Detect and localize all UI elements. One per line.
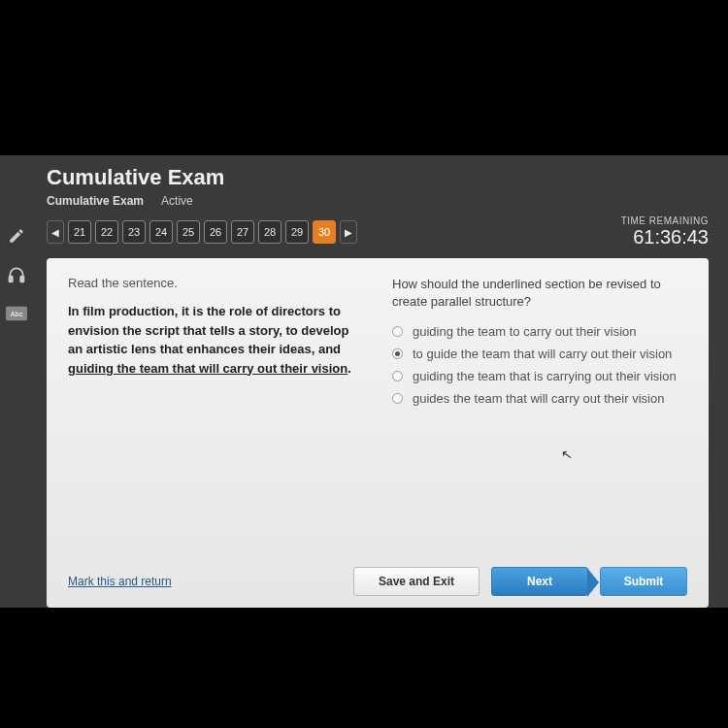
question-box-25[interactable]: 25 [177, 220, 200, 244]
timer-value: 61:36:43 [621, 226, 709, 248]
radio-2[interactable] [392, 371, 403, 381]
question-text: How should the underlined section be rev… [392, 276, 687, 311]
exam-header: Cumulative Exam Cumulative Exam Active [0, 155, 728, 208]
question-box-24[interactable]: 24 [149, 220, 173, 244]
question-box-30[interactable]: 30 [313, 220, 336, 244]
passage-underlined: guiding the team that will carry out the… [68, 361, 347, 376]
question-box-27[interactable]: 27 [231, 220, 254, 244]
svg-text:Abc: Abc [11, 310, 23, 318]
question-navbar: ◀ 21222324252627282930 ▶ TIME REMAINING … [0, 215, 728, 258]
option-1[interactable]: to guide the team that will carry out th… [392, 347, 687, 361]
radio-0[interactable] [392, 326, 403, 337]
question-box-22[interactable]: 22 [95, 220, 118, 244]
option-text-0: guiding the team to carry out their visi… [413, 324, 637, 339]
radio-1[interactable] [392, 348, 403, 359]
content-footer: Mark this and return Save and Exit Next … [68, 555, 687, 596]
headphones-icon[interactable] [6, 264, 27, 285]
passage-post: . [347, 361, 351, 376]
option-0[interactable]: guiding the team to carry out their visi… [392, 324, 687, 339]
question-box-28[interactable]: 28 [258, 220, 281, 244]
nav-prev-button[interactable]: ◀ [47, 220, 64, 244]
passage-column: Read the sentence. In film production, i… [68, 276, 363, 555]
passage-text: In film production, it is the role of di… [68, 302, 363, 378]
save-exit-button[interactable]: Save and Exit [353, 567, 480, 596]
pencil-icon[interactable] [6, 225, 27, 247]
app-frame: Abc Cumulative Exam Cumulative Exam Acti… [0, 155, 728, 608]
exam-status: Active [161, 194, 193, 208]
svg-rect-1 [20, 277, 23, 282]
question-box-23[interactable]: 23 [122, 220, 146, 244]
passage-pre: In film production, it is the role of di… [68, 304, 348, 356]
question-box-21[interactable]: 21 [68, 220, 91, 244]
exam-subtitle: Cumulative Exam [47, 194, 144, 208]
timer-label: TIME REMAINING [621, 215, 709, 226]
option-3[interactable]: guides the team that will carry out thei… [392, 391, 687, 406]
content-panel: Read the sentence. In film production, i… [47, 258, 709, 608]
cursor-icon: ↖ [560, 446, 575, 463]
option-text-1: to guide the team that will carry out th… [413, 347, 672, 361]
tool-sidebar: Abc [6, 225, 27, 324]
question-box-29[interactable]: 29 [285, 220, 309, 244]
timer: TIME REMAINING 61:36:43 [621, 215, 709, 248]
options-list: guiding the team to carry out their visi… [392, 324, 687, 406]
nav-next-button[interactable]: ▶ [340, 220, 357, 244]
question-column: How should the underlined section be rev… [392, 276, 687, 555]
option-2[interactable]: guiding the team that is carrying out th… [392, 369, 687, 383]
passage-instruction: Read the sentence. [68, 276, 363, 290]
exam-title: Cumulative Exam [47, 165, 716, 190]
radio-3[interactable] [392, 393, 403, 404]
option-text-3: guides the team that will carry out thei… [413, 391, 664, 406]
option-text-2: guiding the team that is carrying out th… [413, 369, 677, 383]
svg-rect-0 [10, 277, 13, 282]
question-nav: ◀ 21222324252627282930 ▶ [47, 220, 357, 244]
question-box-26[interactable]: 26 [204, 220, 227, 244]
abc-icon[interactable]: Abc [6, 303, 27, 324]
submit-button[interactable]: Submit [600, 567, 687, 596]
mark-return-link[interactable]: Mark this and return [68, 575, 172, 588]
next-button[interactable]: Next [491, 567, 588, 596]
